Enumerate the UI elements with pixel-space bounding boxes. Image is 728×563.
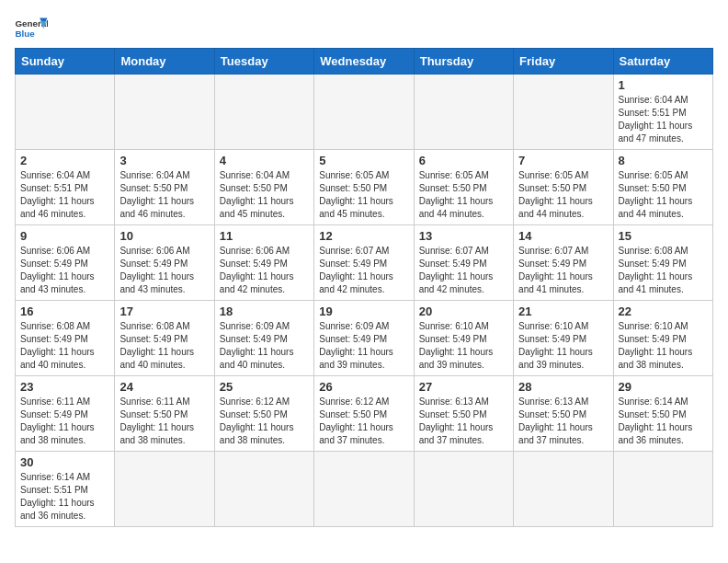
calendar-cell: 7Sunrise: 6:05 AMSunset: 5:50 PMDaylight… [514,150,613,225]
day-info: Sunrise: 6:14 AMSunset: 5:50 PMDaylight:… [619,396,708,447]
day-number: 13 [419,229,508,243]
day-info: Sunrise: 6:04 AMSunset: 5:51 PMDaylight:… [619,94,708,145]
day-number: 27 [419,380,508,394]
day-number: 3 [119,154,209,167]
weekday-header-sunday: Sunday [16,49,115,75]
calendar-cell [414,452,513,527]
day-number: 22 [619,304,708,318]
day-number: 4 [220,154,309,167]
day-info: Sunrise: 6:05 AMSunset: 5:50 PMDaylight:… [419,169,508,221]
weekday-header-friday: Friday [514,49,613,75]
calendar-cell [214,75,313,150]
day-number: 15 [619,229,708,243]
day-info: Sunrise: 6:07 AMSunset: 5:49 PMDaylight:… [419,245,508,296]
calendar-cell: 22Sunrise: 6:10 AMSunset: 5:49 PMDayligh… [613,301,712,376]
day-number: 25 [220,380,309,394]
calendar-cell: 17Sunrise: 6:08 AMSunset: 5:49 PMDayligh… [115,301,214,376]
calendar-cell: 11Sunrise: 6:06 AMSunset: 5:49 PMDayligh… [214,225,313,301]
day-info: Sunrise: 6:07 AMSunset: 5:49 PMDaylight:… [319,245,408,296]
day-number: 1 [619,78,708,92]
day-info: Sunrise: 6:13 AMSunset: 5:50 PMDaylight:… [518,396,608,447]
calendar-cell [314,452,414,527]
day-info: Sunrise: 6:04 AMSunset: 5:50 PMDaylight:… [220,169,309,221]
day-number: 16 [20,304,109,318]
day-info: Sunrise: 6:06 AMSunset: 5:49 PMDaylight:… [119,245,209,296]
day-info: Sunrise: 6:04 AMSunset: 5:50 PMDaylight:… [119,169,209,221]
calendar-cell: 26Sunrise: 6:12 AMSunset: 5:50 PMDayligh… [314,376,414,452]
logo: General Blue [15,15,48,40]
weekday-header-tuesday: Tuesday [214,49,313,75]
day-info: Sunrise: 6:06 AMSunset: 5:49 PMDaylight:… [20,245,109,296]
calendar-cell: 14Sunrise: 6:07 AMSunset: 5:49 PMDayligh… [514,225,613,301]
calendar-cell: 10Sunrise: 6:06 AMSunset: 5:49 PMDayligh… [115,225,214,301]
day-info: Sunrise: 6:04 AMSunset: 5:51 PMDaylight:… [20,169,109,221]
calendar-cell [115,75,214,150]
calendar-cell: 25Sunrise: 6:12 AMSunset: 5:50 PMDayligh… [214,376,313,452]
day-number: 17 [119,304,209,318]
calendar-cell: 18Sunrise: 6:09 AMSunset: 5:49 PMDayligh… [214,301,313,376]
day-number: 24 [119,380,209,394]
calendar-cell: 29Sunrise: 6:14 AMSunset: 5:50 PMDayligh… [613,376,712,452]
day-info: Sunrise: 6:09 AMSunset: 5:49 PMDaylight:… [319,320,408,372]
day-number: 29 [619,380,708,394]
day-info: Sunrise: 6:06 AMSunset: 5:49 PMDaylight:… [220,245,309,296]
calendar-cell [214,452,313,527]
day-number: 26 [319,380,408,394]
weekday-header-saturday: Saturday [613,49,712,75]
calendar-cell: 9Sunrise: 6:06 AMSunset: 5:49 PMDaylight… [16,225,115,301]
day-number: 21 [518,304,608,318]
calendar-cell: 13Sunrise: 6:07 AMSunset: 5:49 PMDayligh… [414,225,513,301]
day-info: Sunrise: 6:14 AMSunset: 5:51 PMDaylight:… [20,471,109,523]
calendar-cell: 21Sunrise: 6:10 AMSunset: 5:49 PMDayligh… [514,301,613,376]
calendar-cell: 8Sunrise: 6:05 AMSunset: 5:50 PMDaylight… [613,150,712,225]
day-info: Sunrise: 6:05 AMSunset: 5:50 PMDaylight:… [518,169,608,221]
calendar-cell: 20Sunrise: 6:10 AMSunset: 5:49 PMDayligh… [414,301,513,376]
calendar-cell: 30Sunrise: 6:14 AMSunset: 5:51 PMDayligh… [16,452,115,527]
day-number: 9 [20,229,109,243]
day-number: 23 [20,380,109,394]
day-info: Sunrise: 6:10 AMSunset: 5:49 PMDaylight:… [619,320,708,372]
day-info: Sunrise: 6:09 AMSunset: 5:49 PMDaylight:… [220,320,309,372]
day-info: Sunrise: 6:12 AMSunset: 5:50 PMDaylight:… [220,396,309,447]
day-number: 6 [419,154,508,167]
day-info: Sunrise: 6:11 AMSunset: 5:50 PMDaylight:… [119,396,209,447]
calendar-table: SundayMondayTuesdayWednesdayThursdayFrid… [15,48,713,527]
calendar-week-4: 16Sunrise: 6:08 AMSunset: 5:49 PMDayligh… [16,301,713,376]
calendar-week-1: 1Sunrise: 6:04 AMSunset: 5:51 PMDaylight… [16,75,713,150]
day-number: 8 [619,154,708,167]
day-number: 2 [20,154,109,167]
calendar-cell [115,452,214,527]
calendar-cell [514,75,613,150]
day-info: Sunrise: 6:11 AMSunset: 5:49 PMDaylight:… [20,396,109,447]
calendar-cell [314,75,414,150]
day-number: 19 [319,304,408,318]
calendar-cell: 6Sunrise: 6:05 AMSunset: 5:50 PMDaylight… [414,150,513,225]
day-number: 28 [518,380,608,394]
day-number: 18 [220,304,309,318]
day-number: 14 [518,229,608,243]
calendar-cell: 23Sunrise: 6:11 AMSunset: 5:49 PMDayligh… [16,376,115,452]
weekday-header-row: SundayMondayTuesdayWednesdayThursdayFrid… [16,49,713,75]
calendar-cell [514,452,613,527]
calendar-week-2: 2Sunrise: 6:04 AMSunset: 5:51 PMDaylight… [16,150,713,225]
day-info: Sunrise: 6:12 AMSunset: 5:50 PMDaylight:… [319,396,408,447]
calendar-cell: 3Sunrise: 6:04 AMSunset: 5:50 PMDaylight… [115,150,214,225]
day-info: Sunrise: 6:13 AMSunset: 5:50 PMDaylight:… [419,396,508,447]
day-number: 20 [419,304,508,318]
weekday-header-wednesday: Wednesday [314,49,414,75]
calendar-cell: 27Sunrise: 6:13 AMSunset: 5:50 PMDayligh… [414,376,513,452]
day-number: 11 [220,229,309,243]
weekday-header-monday: Monday [115,49,214,75]
day-info: Sunrise: 6:10 AMSunset: 5:49 PMDaylight:… [419,320,508,372]
weekday-header-thursday: Thursday [414,49,513,75]
calendar-cell: 15Sunrise: 6:08 AMSunset: 5:49 PMDayligh… [613,225,712,301]
day-number: 7 [518,154,608,167]
calendar-cell: 19Sunrise: 6:09 AMSunset: 5:49 PMDayligh… [314,301,414,376]
calendar-cell [613,452,712,527]
day-info: Sunrise: 6:05 AMSunset: 5:50 PMDaylight:… [319,169,408,221]
calendar-cell: 12Sunrise: 6:07 AMSunset: 5:49 PMDayligh… [314,225,414,301]
calendar-cell [414,75,513,150]
svg-text:Blue: Blue [16,29,36,39]
calendar-cell: 4Sunrise: 6:04 AMSunset: 5:50 PMDaylight… [214,150,313,225]
day-number: 30 [20,455,109,469]
